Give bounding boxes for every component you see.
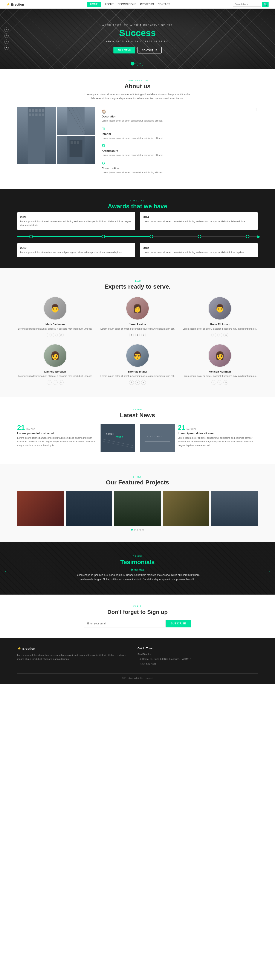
search-button[interactable]: 🔍 — [262, 2, 269, 7]
team-socials-2: f t in — [182, 332, 258, 337]
team-title: Experts ready to serve. — [17, 283, 258, 290]
testimonial-prev-button[interactable]: ← — [4, 568, 9, 574]
team-avatar-5: 👩 — [208, 344, 232, 368]
project-dot-0[interactable] — [131, 529, 133, 531]
svg-rect-3 — [35, 109, 37, 112]
timeline-dot-4[interactable] — [198, 235, 201, 239]
team-social-fb-5[interactable]: f — [211, 380, 216, 385]
hero-buttons: FULL MENU CONTACT US — [102, 47, 173, 54]
news-section: BRIEF Latest News 21 May 2021 Lorem ipsu… — [0, 396, 275, 464]
team-social-in-0[interactable]: in — [59, 332, 64, 337]
team-social-in-1[interactable]: in — [141, 332, 146, 337]
nav-about[interactable]: About — [105, 3, 114, 6]
team-social-tw-3[interactable]: t — [53, 380, 58, 385]
signup-subscribe-button[interactable]: SUBSCRIBE — [166, 620, 191, 627]
project-item-2[interactable] — [114, 491, 161, 526]
nav-projects[interactable]: Projects — [140, 3, 154, 6]
team-social-fb-4[interactable]: f — [129, 380, 134, 385]
timeline-card-2012: 2012 Lorem ipsum dolor sit amet consecte… — [140, 243, 258, 257]
decoration-title: Decoration — [102, 115, 173, 118]
team-social-fb-1[interactable]: f — [129, 332, 134, 337]
social-yt-icon[interactable]: ▶ — [4, 46, 9, 50]
project-item-0[interactable] — [17, 491, 64, 526]
testimonial-next-button[interactable]: → — [266, 568, 271, 574]
hero-dot-2[interactable] — [136, 62, 139, 65]
footer-phone: + (123) 456-7890 — [138, 662, 193, 666]
footer-contact-info: FieldStar, Inc. 123 Harbor St, Suite 920… — [138, 652, 193, 666]
team-avatar-1: 👩 — [126, 296, 149, 320]
social-ig-icon[interactable]: in — [4, 40, 9, 44]
project-item-4[interactable] — [211, 491, 258, 526]
feature-architecture: 🏗 Architecture Lorem ipsum dolor sit ame… — [102, 144, 173, 157]
footer-extra — [202, 647, 258, 667]
project-item-3[interactable] — [163, 491, 209, 526]
team-desc-3: Lorem ipsum dolor sit amet, placerat it … — [17, 374, 93, 378]
team-name-5: Melissa Hoffman — [182, 370, 258, 373]
hero-subtitle: ARCHITECTURE WITH A CREATIVE SPIRIT — [102, 24, 173, 26]
social-fb-icon[interactable]: f — [4, 27, 9, 32]
team-card-1: 👩 Janet Levine Lorem ipsum dolor sit ame… — [99, 296, 175, 337]
footer: ⚡ Erection Lorem ipsum dolor sit amet co… — [0, 638, 275, 684]
hero-dot-1[interactable] — [131, 62, 134, 65]
team-card-2: 👨 Rene Rickman Lorem ipsum dolor sit ame… — [182, 296, 258, 337]
project-item-1[interactable] — [66, 491, 113, 526]
svg-rect-1 — [29, 109, 31, 112]
nav-decorations[interactable]: Decorations — [118, 3, 136, 6]
nav-links: Home About Decorations Projects Contact — [87, 2, 170, 7]
team-social-tw-5[interactable]: t — [217, 380, 222, 385]
news-text-0: 21 May 2021 Lorem ipsum dolor sit amet L… — [17, 424, 98, 447]
nav-search: 🔍 — [233, 2, 269, 7]
signup-email-input[interactable] — [84, 620, 166, 627]
search-input[interactable] — [233, 2, 261, 6]
news-body-0: Lorem ipsum dolor sit amet consectetur a… — [17, 436, 98, 447]
project-dot-4[interactable] — [142, 529, 144, 531]
hero-dot-3[interactable] — [141, 62, 144, 65]
footer-bottom: © Erection. All rights reserved — [17, 673, 258, 679]
team-social-tw-4[interactable]: t — [135, 380, 140, 385]
team-social-tw-2[interactable]: t — [217, 332, 222, 337]
news-item-0: 21 May 2021 Lorem ipsum dolor sit amet L… — [17, 424, 135, 452]
timeline-dot-2[interactable] — [101, 235, 105, 239]
timeline-dot-3[interactable] — [150, 235, 153, 239]
svg-text:ARCHI: ARCHI — [106, 433, 116, 435]
team-avatar-2: 👨 — [208, 296, 232, 320]
hero-contact-button[interactable]: CONTACT US — [138, 47, 162, 54]
about-img-2 — [57, 107, 95, 135]
team-social-tw-1[interactable]: t — [135, 332, 140, 337]
about-features: 🏠 Decoration Lorem ipsum dolor sit amet … — [98, 107, 176, 180]
team-name-3: Daniele Norwich — [17, 370, 93, 373]
testimonials-label: BRIEF — [17, 555, 258, 558]
team-social-in-2[interactable]: in — [224, 332, 228, 337]
team-social-in-4[interactable]: in — [141, 380, 146, 385]
hero-content: ARCHITECTURE WITH A CREATIVE SPIRIT Succ… — [102, 24, 173, 54]
architecture-text: Lorem ipsum dolor sit amet consectetur a… — [102, 153, 173, 157]
decoration-text: Lorem ipsum dolor sit amet consectetur a… — [102, 119, 173, 123]
team-avatar-3: 👩 — [43, 344, 67, 368]
project-dot-3[interactable] — [139, 529, 141, 531]
team-avatar-4: 👨 — [126, 344, 149, 368]
team-social-fb-2[interactable]: f — [211, 332, 216, 337]
team-section: TEAM Experts ready to serve. 👨 Mark Jack… — [0, 268, 275, 396]
timeline-dot-1[interactable] — [29, 235, 33, 239]
scroll-arrow-icon[interactable]: ↑ — [256, 107, 258, 112]
timeline-progress — [17, 236, 150, 237]
team-name-4: Thomas Muller — [99, 370, 175, 373]
hero-fullmenu-button[interactable]: FULL MENU — [114, 47, 135, 54]
team-card-0: 👨 Mark Jackman Lorem ipsum dolor sit ame… — [17, 296, 93, 337]
about-grid: 🏠 Decoration Lorem ipsum dolor sit amet … — [17, 107, 258, 180]
project-dot-2[interactable] — [137, 529, 138, 531]
timeline-dot-5[interactable] — [246, 235, 249, 239]
team-social-tw-0[interactable]: t — [53, 332, 58, 337]
team-social-fb-3[interactable]: f — [47, 380, 51, 385]
team-social-in-3[interactable]: in — [59, 380, 64, 385]
logo[interactable]: ⚡ Erection — [6, 3, 24, 6]
project-dot-1[interactable] — [134, 529, 136, 531]
award-year-2012: 2012 — [143, 246, 255, 250]
team-social-in-5[interactable]: in — [224, 380, 228, 385]
nav-home[interactable]: Home — [87, 2, 101, 7]
team-social-fb-0[interactable]: f — [47, 332, 51, 337]
news-title-1: Lorem ipsum dolor sit amet — [178, 431, 258, 435]
nav-contact[interactable]: Contact — [158, 3, 170, 6]
footer-address-name: FieldStar, Inc. — [138, 652, 193, 656]
social-tw-icon[interactable]: t — [4, 33, 9, 38]
